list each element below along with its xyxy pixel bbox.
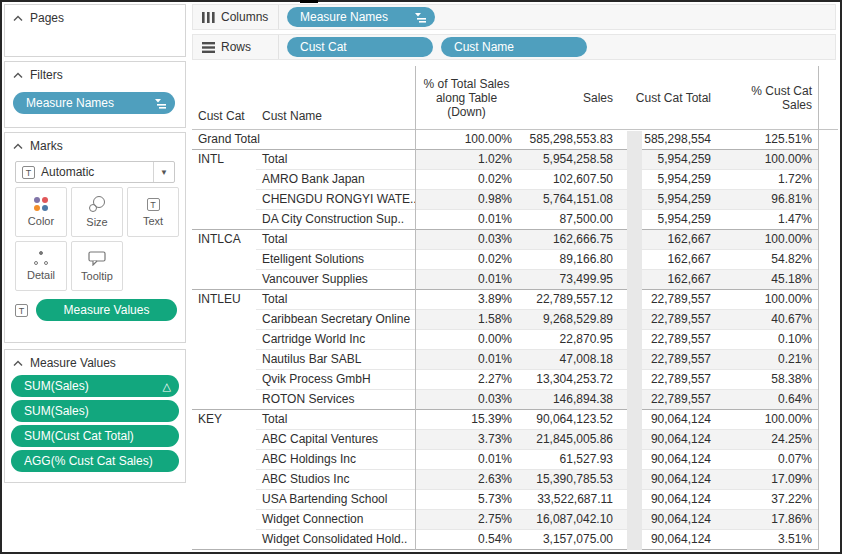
sales-column-header[interactable]: Sales: [518, 66, 619, 129]
pct-total-sales-cell[interactable]: 0.01%: [415, 350, 518, 370]
sales-cell[interactable]: 162,666.75: [518, 230, 619, 250]
sales-cell[interactable]: 15,390,785.53: [518, 470, 619, 490]
sales-cell[interactable]: 47,008.18: [518, 350, 619, 370]
sales-cell[interactable]: 146,894.38: [518, 390, 619, 410]
cust-cat-cell[interactable]: [192, 490, 256, 510]
filter-pill-measure-names[interactable]: Measure Names: [13, 92, 175, 114]
sales-cell[interactable]: 90,064,123.52: [518, 410, 619, 430]
vertical-scrollbar[interactable]: [627, 131, 642, 550]
pct-cust-cat-sales-cell[interactable]: 17.09%: [717, 470, 818, 490]
sales-cell[interactable]: 89,166.80: [518, 250, 619, 270]
mark-type-dropdown[interactable]: T Automatic ▼: [15, 161, 175, 183]
pct-total-sales-cell[interactable]: 100.00%: [415, 130, 518, 150]
cust-cat-cell[interactable]: Grand Total: [192, 130, 415, 150]
measure-pill-agg-pct-cust-cat-sales[interactable]: AGG(% Cust Cat Sales): [11, 450, 179, 472]
cust-name-cell[interactable]: Total: [256, 150, 415, 170]
pct-total-sales-cell[interactable]: 0.01%: [415, 270, 518, 290]
pct-cust-cat-sales-cell[interactable]: 17.86%: [717, 510, 818, 530]
pct-cust-cat-sales-cell[interactable]: 1.72%: [717, 170, 818, 190]
measure-pill-sum-cust-cat-total[interactable]: SUM(Cust Cat Total): [11, 425, 179, 447]
cust-cat-cell[interactable]: [192, 430, 256, 450]
detail-button[interactable]: Detail: [15, 241, 67, 291]
pct-total-sales-cell[interactable]: 0.02%: [415, 250, 518, 270]
measure-pill-sum-sales-2[interactable]: SUM(Sales): [11, 400, 179, 422]
cust-cat-column-header[interactable]: Cust Cat: [192, 66, 256, 129]
cust-name-cell[interactable]: Widget Consolidated Hold..: [256, 530, 415, 550]
collapse-chevron-icon[interactable]: [13, 143, 23, 150]
sales-cell[interactable]: 585,298,553.83: [518, 130, 619, 150]
pct-total-sales-cell[interactable]: 2.75%: [415, 510, 518, 530]
cust-name-cell[interactable]: ABC Capital Ventures: [256, 430, 415, 450]
cust-name-cell[interactable]: USA Bartending School: [256, 490, 415, 510]
rows-pill-cust-cat[interactable]: Cust Cat: [287, 37, 433, 57]
pct-total-sales-cell[interactable]: 1.58%: [415, 310, 518, 330]
pct-cust-cat-sales-cell[interactable]: 0.21%: [717, 350, 818, 370]
sales-cell[interactable]: 87,500.00: [518, 210, 619, 230]
pct-cust-cat-sales-cell[interactable]: 0.64%: [717, 390, 818, 410]
pct-total-sales-cell[interactable]: 3.89%: [415, 290, 518, 310]
columns-pill-measure-names[interactable]: Measure Names: [287, 7, 435, 27]
sales-cell[interactable]: 9,268,529.89: [518, 310, 619, 330]
cust-name-cell[interactable]: CHENGDU RONGYI WATE..: [256, 190, 415, 210]
tooltip-button[interactable]: Tooltip: [71, 241, 123, 291]
cust-cat-cell[interactable]: [192, 190, 256, 210]
pct-total-sales-cell[interactable]: 2.63%: [415, 470, 518, 490]
cust-cat-cell[interactable]: [192, 170, 256, 190]
cust-cat-cell[interactable]: [192, 350, 256, 370]
cust-name-cell[interactable]: Total: [256, 230, 415, 250]
cust-name-cell[interactable]: Total: [256, 410, 415, 430]
pct-total-sales-cell[interactable]: 3.73%: [415, 430, 518, 450]
cust-cat-cell[interactable]: [192, 310, 256, 330]
pct-total-sales-cell[interactable]: 0.01%: [415, 210, 518, 230]
pct-cust-cat-sales-cell[interactable]: 24.25%: [717, 430, 818, 450]
cust-cat-cell[interactable]: [192, 510, 256, 530]
pct-total-sales-cell[interactable]: 1.02%: [415, 150, 518, 170]
cust-cat-cell[interactable]: INTL: [192, 150, 256, 170]
sales-cell[interactable]: 22,870.95: [518, 330, 619, 350]
cust-cat-cell[interactable]: [192, 470, 256, 490]
sales-cell[interactable]: 5,764,151.08: [518, 190, 619, 210]
cust-cat-cell[interactable]: [192, 330, 256, 350]
cust-name-cell[interactable]: Etelligent Solutions: [256, 250, 415, 270]
sales-cell[interactable]: 102,607.50: [518, 170, 619, 190]
cust-name-cell[interactable]: Widget Connection: [256, 510, 415, 530]
cust-cat-cell[interactable]: [192, 450, 256, 470]
pct-total-sales-cell[interactable]: 5.73%: [415, 490, 518, 510]
pct-total-sales-cell[interactable]: 0.02%: [415, 170, 518, 190]
cust-name-cell[interactable]: ABC Holdings Inc: [256, 450, 415, 470]
pct-cust-cat-sales-cell[interactable]: 96.81%: [717, 190, 818, 210]
sales-cell[interactable]: 21,845,005.86: [518, 430, 619, 450]
sales-cell[interactable]: 33,522,687.11: [518, 490, 619, 510]
cust-cat-cell[interactable]: [192, 390, 256, 410]
pct-cust-cat-sales-cell[interactable]: 100.00%: [717, 410, 818, 430]
pct-cust-cat-sales-cell[interactable]: 100.00%: [717, 290, 818, 310]
pct-cust-cat-sales-cell[interactable]: 54.82%: [717, 250, 818, 270]
pct-cust-cat-sales-cell[interactable]: 125.51%: [717, 130, 818, 150]
pct-total-sales-cell[interactable]: 0.54%: [415, 530, 518, 550]
pct-total-sales-cell[interactable]: 0.01%: [415, 450, 518, 470]
pct-cust-cat-sales-cell[interactable]: 45.18%: [717, 270, 818, 290]
cust-cat-cell[interactable]: INTLEU: [192, 290, 256, 310]
size-button[interactable]: Size: [71, 187, 123, 237]
text-button[interactable]: T Text: [127, 187, 179, 237]
pct-cust-cat-sales-cell[interactable]: 3.51%: [717, 530, 818, 550]
cust-cat-cell[interactable]: KEY: [192, 410, 256, 430]
sales-cell[interactable]: 13,304,253.72: [518, 370, 619, 390]
cust-name-cell[interactable]: Nautilus Bar SABL: [256, 350, 415, 370]
pct-total-sales-cell[interactable]: 0.00%: [415, 330, 518, 350]
sales-cell[interactable]: 3,157,075.00: [518, 530, 619, 550]
sales-cell[interactable]: 22,789,557.12: [518, 290, 619, 310]
cust-name-cell[interactable]: Qvik Process GmbH: [256, 370, 415, 390]
pct-cust-cat-sales-cell[interactable]: 1.47%: [717, 210, 818, 230]
cust-cat-cell[interactable]: [192, 210, 256, 230]
pct-total-sales-cell[interactable]: 15.39%: [415, 410, 518, 430]
cust-cat-cell[interactable]: [192, 370, 256, 390]
collapse-chevron-icon[interactable]: [13, 15, 23, 22]
cust-name-cell[interactable]: AMRO Bank Japan: [256, 170, 415, 190]
marks-pill-measure-values[interactable]: Measure Values: [36, 299, 177, 321]
pct-total-sales-column-header[interactable]: % of Total Sales along Table (Down): [415, 66, 518, 129]
measure-pill-sum-sales-1[interactable]: SUM(Sales) △: [11, 375, 179, 397]
cust-name-cell[interactable]: ABC Studios Inc: [256, 470, 415, 490]
cust-name-cell[interactable]: ROTON Services: [256, 390, 415, 410]
sort-list-icon[interactable]: [414, 12, 427, 23]
